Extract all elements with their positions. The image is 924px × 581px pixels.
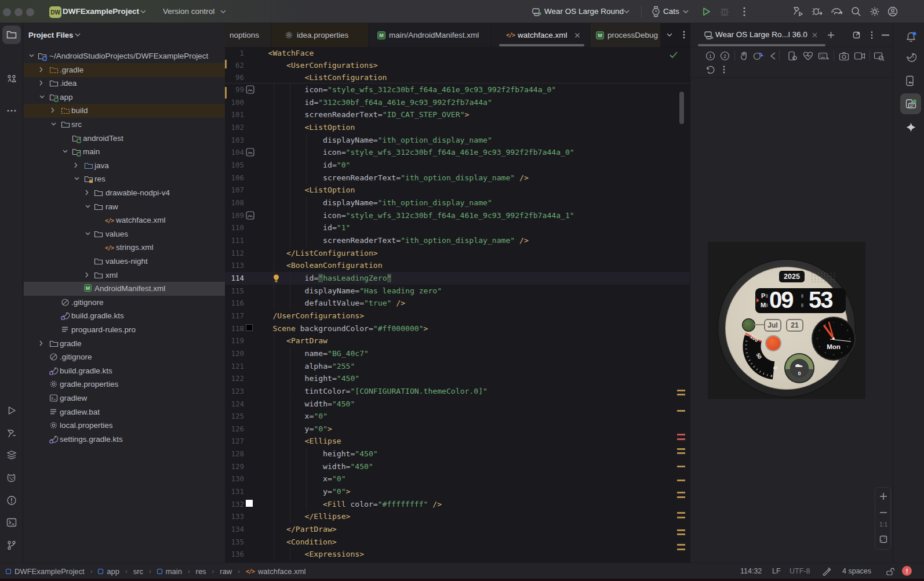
- device-explorer-icon[interactable]: [905, 75, 916, 86]
- tree-item-gradle.properties[interactable]: gradle.properties: [24, 377, 225, 391]
- chevron-expanded-icon[interactable]: [85, 205, 90, 208]
- editor-scrollbar-thumb[interactable]: [679, 92, 684, 124]
- editor-tab-processDebug[interactable]: MprocessDebug: [590, 23, 661, 47]
- tree-item-AndroidManifest.xml[interactable]: MAndroidManifest.xml: [24, 282, 225, 296]
- tree-item-gradlew.bat[interactable]: gradlew.bat: [24, 405, 225, 419]
- open-in-window-icon[interactable]: [853, 31, 860, 39]
- settings-icon[interactable]: [869, 6, 881, 17]
- tree-item-build[interactable]: build: [24, 104, 225, 118]
- code-area[interactable]: 99icon="style_wfs_312c30bf_f64a_461e_9c9…: [225, 83, 690, 562]
- tree-item-drawable-nodpi-v4[interactable]: drawable-nodpi-v4: [24, 186, 225, 200]
- build-tool-icon[interactable]: [6, 428, 17, 438]
- back-button-icon[interactable]: [769, 52, 777, 60]
- stripe-mark-warning[interactable]: [677, 517, 685, 518]
- caret-position[interactable]: 114:32: [740, 567, 762, 575]
- more-actions-button[interactable]: [741, 6, 747, 17]
- panel-options-icon[interactable]: [870, 31, 874, 39]
- tree-item-androidTest[interactable]: androidTest: [24, 132, 225, 146]
- error-indicator-badge[interactable]: !: [902, 566, 912, 576]
- toolbar-options-icon[interactable]: [722, 65, 726, 74]
- editor-tab-noptions[interactable]: noptions: [225, 23, 271, 47]
- stripe-mark-warning[interactable]: [677, 410, 685, 412]
- device-tab-label[interactable]: Wear OS Large Ro...l 36.0: [715, 30, 807, 39]
- tab-options-icon[interactable]: [682, 30, 686, 39]
- window-close-button[interactable]: [3, 8, 11, 16]
- profiler-icon[interactable]: [830, 6, 844, 17]
- drawable-preview-icon[interactable]: [246, 211, 254, 220]
- project-name-menu[interactable]: DWFExampleProject: [63, 7, 139, 16]
- run-button[interactable]: [700, 6, 712, 17]
- device-manager-icon[interactable]: [6, 450, 17, 460]
- stripe-mark-warning[interactable]: [677, 496, 685, 498]
- tree-item-gradlew[interactable]: gradlew: [24, 391, 225, 405]
- breadcrumb-DWFExampleProject[interactable]: DWFExampleProject: [6, 567, 85, 576]
- add-device-icon[interactable]: [827, 31, 835, 39]
- chevron-expanded-icon[interactable]: [39, 95, 45, 99]
- chevron-collapsed-icon[interactable]: [74, 162, 78, 168]
- color-preview-white[interactable]: [246, 500, 253, 507]
- tree-item-values-night[interactable]: values-night: [24, 255, 225, 268]
- chevron-expanded-icon[interactable]: [63, 150, 68, 153]
- button-1-icon[interactable]: 1: [705, 51, 715, 61]
- breadcrumb-main[interactable]: main: [157, 567, 182, 576]
- stripe-mark-warning[interactable]: [677, 394, 685, 395]
- color-preview-black[interactable]: [246, 324, 253, 331]
- window-minimize-button[interactable]: [14, 8, 23, 16]
- stripe-mark-warning[interactable]: [677, 480, 685, 481]
- device-selector[interactable]: Wear OS Large Round: [544, 7, 624, 16]
- tree-item-main[interactable]: main: [24, 145, 225, 159]
- ai-assistant-spark-icon[interactable]: [905, 122, 916, 133]
- breadcrumb-res[interactable]: res: [196, 567, 206, 576]
- notifications-bell-icon[interactable]: [905, 31, 916, 43]
- version-control-icon[interactable]: [6, 540, 17, 551]
- breadcrumb-src[interactable]: src: [133, 567, 143, 576]
- chevron-collapsed-icon[interactable]: [51, 107, 54, 113]
- chevron-expanded-icon[interactable]: [74, 177, 79, 180]
- tree-item-watchface.xml[interactable]: </>watchface.xml: [24, 213, 225, 227]
- tree-item-gradle[interactable]: gradle: [24, 337, 225, 351]
- stripe-mark-warning[interactable]: [677, 549, 685, 550]
- minimize-icon[interactable]: [882, 34, 889, 36]
- chevron-expanded-icon[interactable]: [29, 54, 34, 57]
- stripe-mark-warning[interactable]: [677, 529, 685, 531]
- search-everywhere-icon[interactable]: [850, 6, 862, 17]
- editor-tab-idea.properties[interactable]: idea.properties: [271, 23, 369, 47]
- indent-setting[interactable]: 4 spaces: [842, 567, 871, 575]
- screenshot-camera-icon[interactable]: [839, 51, 849, 61]
- editor-tab-watchface.xml[interactable]: </>watchface.xml: [492, 23, 590, 47]
- chevron-collapsed-icon[interactable]: [39, 80, 43, 86]
- tree-item-build.gradle.kts[interactable]: build.gradle.kts: [24, 309, 225, 323]
- stripe-mark-warning[interactable]: [677, 492, 685, 493]
- close-icon[interactable]: [812, 32, 818, 38]
- problems-icon[interactable]: [6, 495, 17, 506]
- breadcrumb-app[interactable]: app: [98, 567, 119, 576]
- stripe-mark-warning[interactable]: [677, 512, 685, 514]
- line-separator[interactable]: LF: [772, 567, 781, 575]
- chevron-collapsed-icon[interactable]: [85, 272, 89, 278]
- tab-scrollbar[interactable]: [499, 44, 584, 46]
- tree-item-build.gradle.kts[interactable]: build.gradle.kts: [24, 364, 225, 378]
- tree-item-strings.xml[interactable]: </>strings.xml: [24, 241, 225, 255]
- tree-item-.gitignore[interactable]: .gitignore: [24, 350, 225, 364]
- window-zoom-button[interactable]: [26, 8, 34, 16]
- chevron-collapsed-icon[interactable]: [39, 340, 43, 346]
- hand-gesture-icon[interactable]: [739, 51, 749, 61]
- mirror-view-icon[interactable]: [874, 51, 885, 61]
- vcs-menu[interactable]: Version control: [163, 7, 214, 16]
- attach-debugger-icon[interactable]: [811, 6, 824, 17]
- tree-item-.gitignore[interactable]: .gitignore: [24, 296, 225, 310]
- zoom-reset-label[interactable]: 1:1: [875, 521, 892, 528]
- editor-tab-mainAndroidManifest.xml[interactable]: Mmain/AndroidManifest.xml: [369, 23, 492, 47]
- file-encoding[interactable]: UTF-8: [790, 567, 810, 575]
- terminal-icon[interactable]: [6, 517, 17, 528]
- debug-button[interactable]: [719, 6, 730, 17]
- stripe-mark-warning[interactable]: [677, 466, 685, 467]
- chevron-expanded-icon[interactable]: [85, 232, 90, 235]
- reset-view-icon[interactable]: [705, 65, 715, 75]
- more-tool-windows-icon[interactable]: [6, 109, 17, 112]
- tree-item-raw[interactable]: raw: [24, 200, 225, 214]
- tree-item-app[interactable]: app: [24, 90, 225, 104]
- drawable-preview-icon[interactable]: [246, 148, 254, 157]
- keyboard-input-icon[interactable]: [818, 51, 829, 61]
- hidden-tabs-chevron-icon[interactable]: [665, 31, 674, 39]
